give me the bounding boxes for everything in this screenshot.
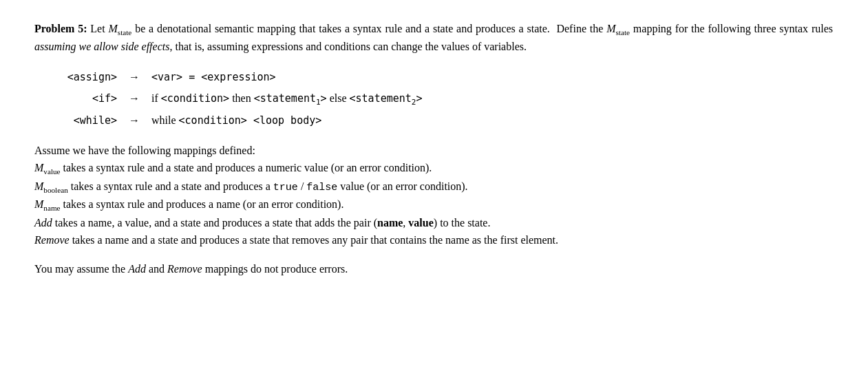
assign-arrow: →	[117, 67, 151, 87]
mstate-sub2: state	[616, 28, 631, 36]
side-effects-italic: assuming we allow side effects	[34, 41, 169, 52]
syntax-row-if: <if> → if <condition> then <statement1> …	[55, 89, 833, 109]
syntax-rules: <assign> → <var> = <expression> <if> → i…	[55, 67, 833, 130]
mapping-name: Mname takes a syntax rule and produces a…	[34, 196, 833, 215]
while-lhs: <while>	[55, 112, 117, 130]
problem-intro: Problem 5: Let Mstate be a denotational …	[34, 21, 833, 55]
while-arrow: →	[117, 111, 151, 131]
syntax-row-assign: <assign> → <var> = <expression>	[55, 67, 833, 87]
syntax-row-while: <while> → while <condition> <loop body>	[55, 111, 833, 131]
mappings-intro: Assume we have the following mappings de…	[34, 143, 833, 160]
assign-rhs: <var> = <expression>	[151, 68, 276, 87]
while-rhs: while <condition> <loop body>	[151, 111, 321, 131]
problem-container: Problem 5: Let Mstate be a denotational …	[34, 21, 833, 277]
final-note: You may assume the Add and Remove mappin…	[34, 261, 833, 277]
mstate-sub: state	[118, 28, 132, 36]
mappings-section: Assume we have the following mappings de…	[34, 143, 833, 249]
assign-lhs: <assign>	[55, 68, 117, 87]
problem-label: Problem 5:	[34, 23, 87, 34]
mapping-value: Mvalue takes a syntax rule and a state a…	[34, 160, 833, 178]
if-rhs: if <condition> then <statement1> else <s…	[151, 89, 422, 109]
intro-text: Let Mstate be a denotational semantic ma…	[34, 23, 833, 52]
mapping-boolean: Mboolean takes a syntax rule and a state…	[34, 178, 833, 197]
mapping-add: Add takes a name, a value, and a state a…	[34, 215, 833, 232]
if-arrow: →	[117, 89, 151, 109]
mapping-remove: Remove takes a name and a state and prod…	[34, 232, 833, 249]
if-lhs: <if>	[55, 89, 117, 108]
